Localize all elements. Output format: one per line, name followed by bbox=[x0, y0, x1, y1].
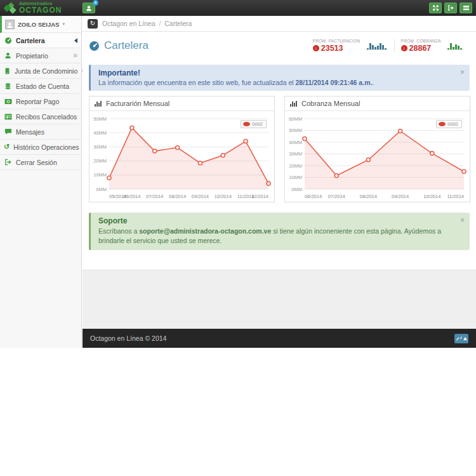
svg-text:07/2014: 07/2014 bbox=[328, 194, 345, 199]
sidebar-user-name: ZOILO SEIJAS bbox=[18, 21, 59, 28]
sidebar-user-menu[interactable]: ZOILO SEIJAS ▾ bbox=[0, 16, 81, 33]
svg-text:06/2014: 06/2014 bbox=[305, 194, 322, 199]
panel-title: Facturarión Mensual bbox=[106, 100, 169, 107]
fullscreen-button[interactable] bbox=[429, 3, 442, 13]
expand-icon bbox=[432, 4, 439, 11]
svg-text:10/2014: 10/2014 bbox=[215, 194, 232, 199]
sidebar-item-label: Estado de Cuenta bbox=[16, 83, 69, 90]
person-icon bbox=[6, 22, 13, 29]
notification-badge: 0 bbox=[93, 0, 98, 6]
user-quick-button[interactable]: 0 bbox=[83, 3, 95, 13]
sidebar-item-cartelera[interactable]: Cartelera bbox=[0, 33, 81, 48]
brand-line2: OCTAGON bbox=[19, 6, 62, 14]
arrow-circle-down-icon: ↓ bbox=[401, 45, 407, 51]
svg-text:08/2014: 08/2014 bbox=[360, 194, 377, 199]
active-marker-icon bbox=[74, 38, 77, 43]
chat-icon bbox=[4, 128, 12, 135]
svg-text:10MM: 10MM bbox=[289, 175, 302, 180]
svg-text:10MM: 10MM bbox=[93, 172, 107, 178]
svg-text:60MM: 60MM bbox=[289, 116, 302, 122]
alert-text: Escríbanos a soporte@administradora-octa… bbox=[98, 227, 456, 246]
chart-legend: 0002 bbox=[241, 120, 267, 128]
chart-legend: 0002 bbox=[436, 120, 462, 128]
refresh-button[interactable]: ↻ bbox=[88, 19, 98, 29]
stat-prom-cobranza: PROM. COBRANZA ↓ 28867 bbox=[394, 39, 470, 53]
logout-quick-button[interactable] bbox=[444, 3, 457, 13]
stat-label: PROM. FACTURACION bbox=[313, 39, 360, 43]
coins-icon bbox=[4, 83, 12, 90]
svg-text:40MM: 40MM bbox=[289, 140, 302, 145]
svg-text:30MM: 30MM bbox=[93, 144, 107, 150]
person-icon bbox=[86, 5, 92, 11]
legend-marker-icon bbox=[243, 122, 250, 126]
stat-value: 28867 bbox=[409, 44, 432, 53]
svg-text:09/2014: 09/2014 bbox=[192, 194, 209, 199]
arrow-circle-down-icon: ↓ bbox=[313, 45, 319, 51]
sidebar-item-label: Histórico Operaciones bbox=[13, 143, 79, 151]
sidebar: ZOILO SEIJAS ▾ Cartelera Propietario ⊞ J… bbox=[0, 16, 82, 348]
svg-text:07/2014: 07/2014 bbox=[146, 194, 163, 199]
link-icon bbox=[456, 336, 462, 341]
cobranza-sparkline bbox=[446, 42, 463, 50]
sidebar-item-label: Cartelera bbox=[16, 37, 45, 44]
svg-text:20MM: 20MM bbox=[93, 158, 107, 164]
sidebar-item-label: Recibos Cancelados bbox=[16, 113, 77, 121]
legend-label: 0002 bbox=[447, 121, 458, 127]
close-icon[interactable]: × bbox=[460, 68, 465, 77]
history-icon: ↺ bbox=[4, 143, 10, 150]
footer-widget-button[interactable] bbox=[454, 334, 468, 343]
topbar: Administradora OCTAGON 0 bbox=[0, 0, 476, 16]
breadcrumb: ↻ Octagon en Línea / Cartelera bbox=[83, 16, 476, 32]
svg-text:12/2014: 12/2014 bbox=[251, 194, 268, 199]
breadcrumb-current: Cartelera bbox=[164, 20, 192, 27]
brand-logo: Administradora OCTAGON bbox=[4, 2, 80, 14]
stat-label: PROM. COBRANZA bbox=[401, 39, 441, 43]
breadcrumb-root-link[interactable]: Octagon en Línea bbox=[102, 20, 155, 27]
svg-text:20MM: 20MM bbox=[289, 163, 302, 169]
bar-chart-icon bbox=[95, 100, 102, 107]
sidebar-item-mensajes[interactable]: Mensajes bbox=[0, 124, 81, 140]
cubes-logo-icon bbox=[4, 3, 17, 14]
close-icon[interactable]: × bbox=[460, 216, 465, 225]
panel-title: Cobranza Mensual bbox=[301, 100, 360, 107]
hamburger-icon bbox=[463, 5, 469, 11]
svg-text:08/2014: 08/2014 bbox=[169, 194, 186, 199]
sidebar-item-cerrar-sesion[interactable]: Cerrar Sesión bbox=[0, 155, 81, 170]
sidebar-item-label: Propietario bbox=[16, 52, 48, 60]
logout-icon bbox=[4, 159, 12, 166]
svg-text:10/2014: 10/2014 bbox=[423, 194, 440, 199]
svg-text:40MM: 40MM bbox=[93, 130, 107, 136]
panel-cobranza-mensual: Cobranza Mensual 0MM10MM20MM30MM40MM50MM… bbox=[284, 96, 470, 202]
sidebar-item-propietario[interactable]: Propietario ⊞ bbox=[0, 48, 81, 63]
sidebar-item-historico-operaciones[interactable]: ↺ Histórico Operaciones bbox=[0, 140, 81, 155]
svg-text:0MM: 0MM bbox=[291, 187, 302, 192]
sidebar-item-label: Mensajes bbox=[16, 128, 44, 136]
main-area: ↻ Octagon en Línea / Cartelera Cartelera bbox=[83, 16, 476, 348]
svg-text:11/2014: 11/2014 bbox=[447, 194, 464, 199]
sidebar-item-label: Reportar Pago bbox=[16, 98, 59, 105]
gauge-icon bbox=[89, 41, 100, 51]
expand-icon: ⊞ bbox=[73, 53, 77, 58]
footer-spacer bbox=[83, 270, 476, 329]
page-title: Cartelera bbox=[89, 39, 149, 52]
logout-icon bbox=[447, 4, 454, 11]
legend-label: 0002 bbox=[252, 121, 263, 127]
svg-text:06/2014: 06/2014 bbox=[123, 194, 140, 199]
content: Cartelera PROM. FACTURACION ↓ 23513 bbox=[83, 32, 476, 270]
sidebar-item-junta-de-condominio[interactable]: Junta de Condominio ⊞ bbox=[0, 63, 81, 79]
alert-soporte: Soporte Escríbanos a soporte@administrad… bbox=[89, 213, 470, 250]
legend-marker-icon bbox=[439, 122, 446, 126]
support-email: soporte@administradora-octagon.com.ve bbox=[139, 227, 271, 235]
facturacion-sparkline bbox=[366, 42, 388, 50]
breadcrumb-separator: / bbox=[159, 20, 161, 27]
panel-facturacion-mensual: Facturarión Mensual 0MM10MM20MM30MM40MM5… bbox=[89, 96, 275, 202]
menu-toggle-button[interactable] bbox=[459, 3, 472, 13]
sidebar-item-recibos-cancelados[interactable]: Recibos Cancelados bbox=[0, 109, 81, 124]
sidebar-item-label: Junta de Condominio bbox=[15, 67, 77, 75]
charts-row: Facturarión Mensual 0MM10MM20MM30MM40MM5… bbox=[89, 96, 470, 202]
alert-title: Importante! bbox=[98, 69, 456, 77]
stat-value: 23513 bbox=[321, 44, 343, 53]
chevron-down-icon: ▾ bbox=[62, 22, 65, 27]
sidebar-item-estado-de-cuenta[interactable]: Estado de Cuenta bbox=[0, 79, 81, 94]
sidebar-item-reportar-pago[interactable]: Reportar Pago bbox=[0, 94, 81, 109]
